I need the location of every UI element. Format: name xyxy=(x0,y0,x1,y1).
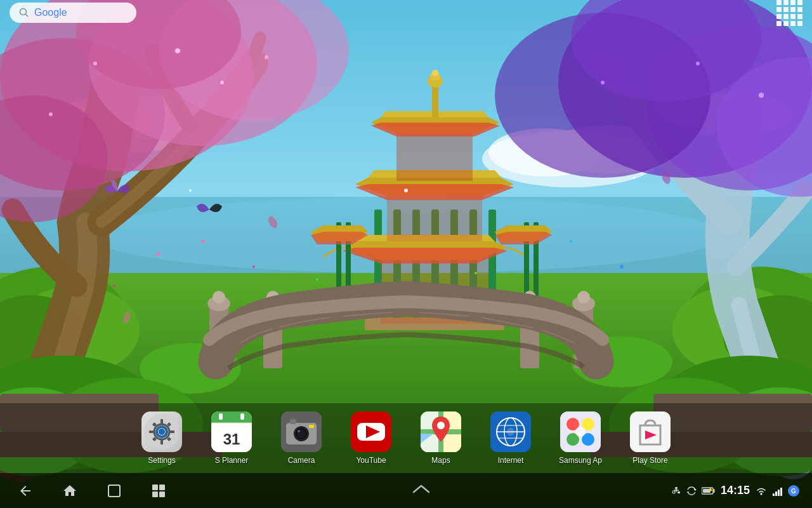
svg-rect-138 xyxy=(309,425,314,428)
youtube-icon xyxy=(351,411,391,452)
svg-point-28 xyxy=(49,112,53,116)
home-button[interactable] xyxy=(57,478,82,504)
svg-rect-125 xyxy=(211,411,252,423)
app-maps[interactable]: Maps xyxy=(416,411,466,465)
youtube-label: YouTube xyxy=(356,456,386,465)
battery-icon xyxy=(702,486,716,496)
svg-rect-169 xyxy=(159,491,165,497)
app-drawer-button[interactable] xyxy=(412,483,431,499)
svg-rect-180 xyxy=(773,493,775,496)
svg-point-95 xyxy=(189,189,192,192)
apps-grid-button[interactable] xyxy=(776,0,802,26)
svg-point-87 xyxy=(113,284,115,287)
svg-point-110 xyxy=(20,9,27,15)
svg-point-179 xyxy=(760,493,762,495)
svg-point-91 xyxy=(620,265,624,269)
svg-rect-168 xyxy=(152,491,158,497)
svg-point-96 xyxy=(633,177,636,179)
playstore-icon xyxy=(630,411,671,452)
app-samsung[interactable]: Samsung Ap xyxy=(555,411,606,465)
maps-label: Maps xyxy=(431,456,450,465)
svg-rect-170 xyxy=(675,487,678,489)
svg-rect-174 xyxy=(678,491,680,493)
svg-text:31: 31 xyxy=(223,431,240,448)
svg-point-147 xyxy=(437,422,445,429)
svg-point-136 xyxy=(298,430,300,432)
svg-rect-117 xyxy=(160,440,163,444)
svg-point-85 xyxy=(577,291,590,304)
camera-label: Camera xyxy=(288,456,315,465)
svg-rect-165 xyxy=(108,485,120,497)
maps-icon xyxy=(421,411,461,452)
svg-point-93 xyxy=(475,272,477,274)
settings-label: Settings xyxy=(148,456,175,465)
svg-point-27 xyxy=(175,48,180,53)
app-camera[interactable]: Camera xyxy=(276,411,327,465)
svg-point-30 xyxy=(265,55,268,59)
svg-rect-116 xyxy=(160,419,163,424)
svg-rect-182 xyxy=(778,490,780,496)
google-label: Google xyxy=(34,7,67,18)
svg-rect-177 xyxy=(713,489,715,493)
svg-rect-119 xyxy=(170,431,174,433)
wifi-icon xyxy=(755,486,768,496)
nav-buttons xyxy=(13,478,171,504)
search-icon xyxy=(19,8,29,18)
svg-point-155 xyxy=(507,428,514,436)
sync-icon xyxy=(686,486,697,496)
svg-point-173 xyxy=(672,491,675,493)
clock-display: 14:15 xyxy=(721,484,750,497)
svg-rect-162 xyxy=(630,411,671,452)
svg-rect-181 xyxy=(775,491,777,496)
svg-point-90 xyxy=(570,240,572,243)
svg-point-86 xyxy=(157,252,160,256)
status-bar-right: 14:15 G xyxy=(671,484,799,497)
svg-rect-166 xyxy=(152,485,158,490)
back-button[interactable] xyxy=(13,478,38,504)
svg-rect-167 xyxy=(159,485,165,490)
app-splanner[interactable]: 31 S Planner xyxy=(206,411,257,465)
app-playstore[interactable]: Play Store xyxy=(625,411,676,465)
svg-point-76 xyxy=(213,291,225,304)
google-icon: G xyxy=(788,485,799,497)
svg-rect-183 xyxy=(780,488,782,496)
svg-point-65 xyxy=(432,70,438,76)
svg-rect-118 xyxy=(149,431,154,433)
svg-rect-137 xyxy=(290,419,296,424)
svg-point-94 xyxy=(404,189,408,192)
internet-icon xyxy=(490,411,531,452)
camera-icon xyxy=(281,411,322,452)
svg-text:G: G xyxy=(791,488,796,495)
menu-button[interactable] xyxy=(146,478,171,504)
svg-line-111 xyxy=(26,15,29,17)
svg-point-161 xyxy=(575,427,586,437)
svg-point-114 xyxy=(159,429,165,435)
recents-button[interactable] xyxy=(102,478,127,504)
svg-point-29 xyxy=(220,81,224,84)
app-settings[interactable]: Settings xyxy=(136,411,187,465)
svg-rect-62 xyxy=(432,83,438,117)
app-youtube[interactable]: YouTube xyxy=(346,411,396,465)
app-internet[interactable]: Internet xyxy=(485,411,536,465)
samsung-label: Samsung Ap xyxy=(559,456,602,465)
svg-rect-128 xyxy=(219,413,223,420)
splanner-label: S Planner xyxy=(215,456,249,465)
svg-point-89 xyxy=(252,265,255,268)
settings-icon xyxy=(144,414,180,450)
samsung-icon xyxy=(560,411,601,452)
playstore-label: Play Store xyxy=(632,456,667,465)
google-search-bar[interactable]: Google xyxy=(10,3,136,23)
usb-icon xyxy=(671,486,681,496)
internet-label: Internet xyxy=(498,456,524,465)
svg-point-88 xyxy=(201,239,205,243)
svg-point-38 xyxy=(601,81,605,84)
signal-icon xyxy=(773,486,783,496)
taskbar: 14:15 G xyxy=(0,473,812,508)
svg-point-37 xyxy=(759,93,764,98)
splanner-icon: 31 xyxy=(211,411,252,452)
app-dock: Settings 31 S Planner xyxy=(0,403,812,473)
svg-rect-129 xyxy=(240,413,244,420)
svg-point-26 xyxy=(93,62,97,65)
svg-point-36 xyxy=(696,62,700,65)
svg-point-92 xyxy=(316,278,318,281)
